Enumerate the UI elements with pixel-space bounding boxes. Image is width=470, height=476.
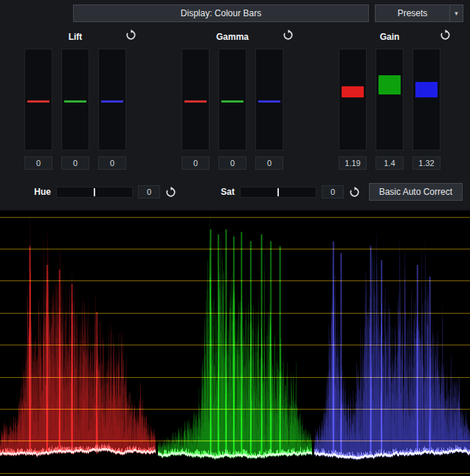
hue-slider-marker	[94, 188, 95, 196]
colour-correction-panel: Display: Colour Bars Presets ▾ Lift 0 0 …	[0, 0, 470, 210]
sat-value[interactable]: 0	[322, 185, 344, 199]
hue-label: Hue	[21, 187, 56, 197]
gain-blue-slider[interactable]	[412, 49, 440, 151]
gain-green-slider[interactable]	[376, 49, 404, 151]
sat-label: Sat	[204, 187, 240, 197]
lift-green-handle[interactable]	[64, 100, 86, 103]
gamma-red-value[interactable]: 0	[182, 156, 210, 170]
gamma-blue-value[interactable]: 0	[255, 156, 283, 170]
hue-value[interactable]: 0	[138, 185, 160, 199]
sat-slider-marker	[277, 188, 279, 196]
gamma-blue-slider[interactable]	[255, 49, 283, 151]
presets-label: Presets	[376, 5, 449, 21]
gain-sliders	[339, 49, 440, 151]
hue-slider[interactable]	[56, 187, 133, 198]
hue-sat-row: Hue 0 Sat 0 Basic Auto Correct	[0, 183, 470, 201]
gamma-red-slider[interactable]	[182, 49, 210, 151]
gamma-green-slider[interactable]	[218, 49, 246, 151]
lift-green-slider[interactable]	[61, 49, 89, 151]
lift-group: Lift 0 0 0	[24, 22, 126, 170]
lift-blue-handle[interactable]	[101, 100, 123, 103]
rgb-waveform-scope	[0, 210, 470, 476]
lift-reset-icon[interactable]	[125, 30, 136, 41]
presets-dropdown[interactable]: Presets ▾	[375, 4, 463, 22]
lift-values: 0 0 0	[24, 156, 126, 170]
gamma-green-handle[interactable]	[221, 100, 243, 103]
gain-red-slider[interactable]	[339, 49, 367, 151]
gain-blue-value[interactable]: 1.32	[412, 156, 440, 170]
gain-values: 1.19 1.4 1.32	[339, 156, 440, 170]
lift-gamma-gain-groups: Lift 0 0 0 Gamma	[0, 22, 470, 170]
gamma-reset-icon[interactable]	[283, 30, 294, 41]
sat-reset-icon[interactable]	[349, 187, 360, 198]
gamma-group: Gamma 0 0 0	[182, 22, 283, 170]
lift-red-slider[interactable]	[24, 49, 52, 151]
lift-sliders	[24, 49, 126, 151]
lift-blue-slider[interactable]	[98, 49, 126, 151]
gain-red-handle[interactable]	[342, 86, 364, 97]
gamma-values: 0 0 0	[182, 156, 283, 170]
lift-header: Lift	[24, 30, 126, 41]
hue-reset-icon[interactable]	[165, 187, 176, 198]
gamma-green-value[interactable]: 0	[218, 156, 246, 170]
gamma-label: Gamma	[216, 32, 249, 42]
lift-blue-value[interactable]: 0	[98, 156, 126, 170]
gamma-blue-handle[interactable]	[258, 100, 280, 103]
gamma-red-handle[interactable]	[184, 100, 207, 103]
lift-red-handle[interactable]	[27, 100, 49, 103]
lift-label: Lift	[69, 32, 83, 42]
gain-reset-icon[interactable]	[440, 30, 451, 41]
lift-green-value[interactable]: 0	[61, 156, 89, 170]
gain-label: Gain	[380, 32, 400, 42]
lift-red-value[interactable]: 0	[24, 156, 52, 170]
gain-blue-handle[interactable]	[415, 82, 438, 97]
gain-green-handle[interactable]	[379, 75, 401, 94]
gain-green-value[interactable]: 1.4	[376, 156, 404, 170]
gain-red-value[interactable]: 1.19	[339, 156, 367, 170]
display-mode-button[interactable]: Display: Colour Bars	[73, 4, 369, 22]
gain-group: Gain 1.19 1.4 1.32	[339, 22, 440, 170]
gain-header: Gain	[339, 30, 440, 41]
sat-slider[interactable]	[240, 187, 317, 198]
gamma-header: Gamma	[182, 30, 283, 41]
chevron-down-icon[interactable]: ▾	[449, 5, 463, 21]
gamma-sliders	[182, 49, 283, 151]
basic-auto-correct-button[interactable]: Basic Auto Correct	[369, 183, 463, 201]
top-bar: Display: Colour Bars Presets ▾	[0, 0, 470, 22]
